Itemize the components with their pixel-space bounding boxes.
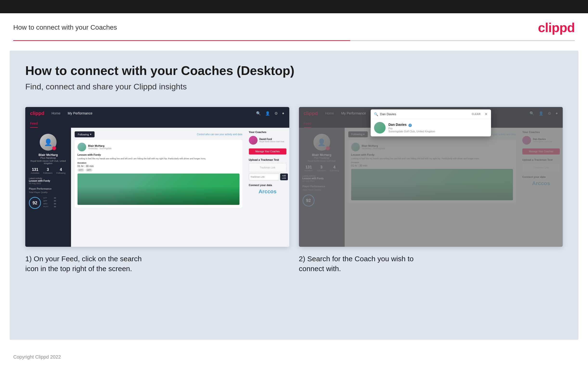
post-author: Blair McHarg Yesterday · Sunningdale xyxy=(78,143,239,151)
nav-icons: 🔍 👤 ⚙ ● xyxy=(256,111,284,116)
footer: Copyright Clippd 2022 xyxy=(0,350,588,365)
app-sidebar: 👤 Blair McHarg Plus Handicap Royal North… xyxy=(25,128,71,247)
stat-following: 4 Following xyxy=(56,167,65,174)
search-result-club: Sunningdale Golf Club, United Kingdom xyxy=(388,130,435,133)
app-nav: clippd Home My Performance 🔍 👤 ⚙ ● xyxy=(25,107,289,120)
screenshot-block-1: clippd Home My Performance 🔍 👤 ⚙ ● Feed xyxy=(25,107,289,274)
stat-following-value: 4 xyxy=(56,167,65,172)
perf-bar-ott: OTT 90 xyxy=(43,197,56,199)
latest-activity-name: Lesson with Fordy xyxy=(29,180,67,182)
post-tag-ott: OTT xyxy=(78,168,84,172)
stats-row: 131 Activities 3 Followers 4 Following xyxy=(29,167,67,174)
coach-item: David Ford Royal North Devon Golf Club xyxy=(249,136,286,145)
search-bar: 🔍 Dan Davies CLEAR ✕ Dan Davies ✓ Pro xyxy=(371,110,491,136)
feed-tab-bar: Feed xyxy=(25,120,289,128)
post-tags: OTT APP xyxy=(78,168,239,172)
profile-avatar: 👤 xyxy=(40,134,57,151)
search-result-avatar xyxy=(374,122,386,134)
header: How to connect with your Coaches clippd xyxy=(0,13,588,40)
page-title: How to connect with your Coaches xyxy=(13,24,117,31)
main-content: How to connect with your Coaches (Deskto… xyxy=(10,51,578,340)
stat-followers-label: Followers xyxy=(43,172,53,174)
clippd-logo: clippd xyxy=(538,20,575,35)
arccos-logo: Arccos xyxy=(249,188,286,195)
perf-bar-arg: ARG 86 xyxy=(43,203,56,205)
copyright-text: Copyright Clippd 2022 xyxy=(13,354,61,359)
stat-activities-label: Activities xyxy=(31,172,39,174)
add-link-button[interactable]: Add Link xyxy=(280,174,288,180)
post-text: Looking to feel like my hands are exitin… xyxy=(78,157,239,160)
app-body: 👤 Blair McHarg Plus Handicap Royal North… xyxy=(25,128,289,247)
nav-home: Home xyxy=(52,111,61,115)
trackman-link-placeholder: Trackman Link xyxy=(249,163,286,172)
nav-my-performance: My Performance xyxy=(68,111,92,115)
total-player-quality-label: Total Player Quality xyxy=(29,191,67,193)
post-image xyxy=(78,174,239,205)
coaches-panel-title: Your Coaches xyxy=(249,131,286,134)
coach-club: Royal North Devon Golf Club xyxy=(259,140,284,143)
main-heading: How to connect with your Coaches (Deskto… xyxy=(25,64,563,78)
post-author-name: Blair McHarg xyxy=(88,144,111,147)
app-logo: clippd xyxy=(30,110,44,116)
connect-data-title: Connect your data xyxy=(249,184,286,186)
stat-activities-value: 131 xyxy=(31,167,39,172)
score-circle: 92 xyxy=(29,197,41,209)
latest-activity-date: 03 Aug 2022 xyxy=(29,182,67,184)
coach-name: David Ford xyxy=(259,138,284,140)
stat-following-label: Following xyxy=(56,172,65,174)
post-duration: Duration xyxy=(78,162,239,164)
post-card: Blair McHarg Yesterday · Sunningdale Les… xyxy=(75,140,242,208)
perf-bar-app: APP 85 xyxy=(43,200,56,202)
gear-icon: ⚙ xyxy=(274,111,278,116)
search-clear-button[interactable]: CLEAR xyxy=(472,113,481,115)
search-icon[interactable]: 🔍 xyxy=(256,111,261,116)
post-author-sub: Yesterday · Sunningdale xyxy=(88,147,111,150)
screenshot-block-2: clippd Home My Performance 🔍 👤 ⚙ ● Feed xyxy=(299,107,563,274)
manage-coaches-button[interactable]: Manage Your Coaches xyxy=(249,148,286,155)
search-icon-sm: 🔍 xyxy=(374,112,378,116)
profile-club: Royal North Devon Golf Club, United King… xyxy=(29,160,67,165)
profile-handicap: Plus Handicap xyxy=(29,157,67,159)
verified-badge: ✓ xyxy=(408,124,412,127)
perf-bars: OTT 90 APP 85 ARG xyxy=(43,197,56,209)
post-author-avatar xyxy=(78,143,86,151)
control-link[interactable]: Control who can see your activity and da… xyxy=(197,133,242,136)
upload-section: Upload a Trackman Test Trackman Link Add… xyxy=(249,158,286,180)
coach-avatar xyxy=(249,136,257,145)
following-button[interactable]: Following ▾ xyxy=(75,131,95,137)
avatar-icon: ● xyxy=(282,111,284,115)
screenshot-frame-1: clippd Home My Performance 🔍 👤 ⚙ ● Feed xyxy=(25,107,289,247)
stat-followers: 3 Followers xyxy=(43,167,53,174)
search-input-row: 🔍 Dan Davies CLEAR ✕ xyxy=(371,110,491,119)
search-result-sub: Pro xyxy=(388,127,435,130)
user-icon: 👤 xyxy=(265,111,270,116)
search-result-name: Dan Davies ✓ xyxy=(388,123,435,127)
player-performance-label: Player Performance xyxy=(29,187,67,190)
header-divider xyxy=(13,40,575,41)
connect-data-section: Connect your data Arccos xyxy=(249,184,286,195)
trackman-input-row: Add Link xyxy=(249,174,286,180)
post-title: Lesson with Fordy xyxy=(78,153,239,156)
top-bar xyxy=(0,0,588,13)
search-result-item[interactable]: Dan Davies ✓ Pro Sunningdale Golf Club, … xyxy=(371,119,491,136)
latest-activity-label: Latest Activity xyxy=(29,177,67,180)
perf-bar-putt: PUTT 96 xyxy=(43,206,56,208)
search-close-button[interactable]: ✕ xyxy=(484,112,488,116)
stat-activities: 131 Activities xyxy=(31,167,39,174)
app-main-feed: Following ▾ Control who can see your act… xyxy=(71,128,246,247)
screenshots-row: clippd Home My Performance 🔍 👤 ⚙ ● Feed xyxy=(25,107,563,274)
step-1-description: 1) On your Feed, click on the search ico… xyxy=(25,254,289,274)
app-coaches-panel: Your Coaches David Ford Royal North Devo… xyxy=(246,128,289,247)
stat-followers-value: 3 xyxy=(43,167,53,172)
post-duration-value: 01 hr : 30 min xyxy=(78,165,239,167)
trackman-link-input[interactable] xyxy=(249,174,279,180)
upload-title: Upload a Trackman Test xyxy=(249,158,286,161)
search-input-display[interactable]: Dan Davies xyxy=(380,112,470,116)
step-2-description: 2) Search for the Coach you wish to conn… xyxy=(299,254,563,274)
post-tag-app: APP xyxy=(86,168,92,172)
main-subheading: Find, connect and share your Clippd insi… xyxy=(25,82,563,91)
profile-name: Blair McHarg xyxy=(29,153,67,157)
screenshot-frame-2: clippd Home My Performance 🔍 👤 ⚙ ● Feed xyxy=(299,107,563,247)
feed-tab-item[interactable]: Feed xyxy=(30,120,38,128)
